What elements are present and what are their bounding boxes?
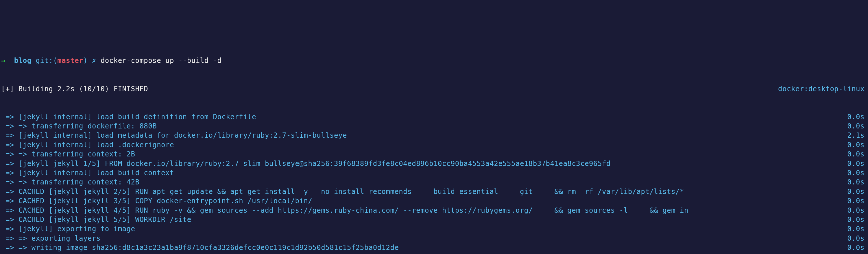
prompt-line[interactable]: → blog git:(master) ✗ docker-compose up … <box>1 56 867 65</box>
build-step-text: => [jekyll internal] load metadata for d… <box>1 131 347 140</box>
build-step-text: => [jekyll] exporting to image <box>1 224 135 233</box>
build-step-time: 0.0s <box>847 168 867 178</box>
build-step: => [jekyll internal] load build context0… <box>1 168 867 178</box>
build-step-time: 0.0s <box>847 215 867 224</box>
build-step-time: 0.0s <box>847 253 867 254</box>
build-step-time: 0.0s <box>847 206 867 215</box>
build-step: => [jekyll internal] load metadata for d… <box>1 131 867 140</box>
build-step-text: => => transferring dockerfile: 880B <box>1 121 157 131</box>
command-text: docker-compose up --build -d <box>101 57 222 65</box>
build-context: docker:desktop-linux <box>778 84 867 94</box>
build-step-time: 0.0s <box>847 187 867 196</box>
build-step-text: => [jekyll jekyll 1/5] FROM docker.io/li… <box>1 159 611 168</box>
build-step: => => transferring context: 42B0.0s <box>1 178 867 187</box>
build-step-text: => => transferring context: 42B <box>1 178 140 187</box>
build-step-time: 0.0s <box>847 178 867 187</box>
build-step-text: => [jekyll internal] load .dockerignore <box>1 140 174 149</box>
build-step-time: 0.0s <box>847 159 867 168</box>
build-step-text: => [jekyll internal] load build definiti… <box>1 112 256 121</box>
build-step-text: => CACHED [jekyll jekyll 4/5] RUN ruby -… <box>1 206 688 215</box>
build-step-text: => => transferring context: 2B <box>1 149 135 159</box>
build-step: => => exporting layers0.0s <box>1 234 867 243</box>
build-header: [+] Building 2.2s (10/10) FINISHED docke… <box>1 84 867 94</box>
build-steps: => [jekyll internal] load build definiti… <box>1 112 867 254</box>
build-step: => [jekyll] exporting to image0.0s <box>1 224 867 233</box>
build-step: => CACHED [jekyll jekyll 4/5] RUN ruby -… <box>1 206 867 215</box>
build-step-text: => CACHED [jekyll jekyll 3/5] COPY docke… <box>1 196 312 206</box>
build-step-time: 0.0s <box>847 196 867 206</box>
build-step: => [jekyll internal] load build definiti… <box>1 112 867 121</box>
build-step: => => writing image sha256:d8c1a3c23a1ba… <box>1 243 867 252</box>
git-label: git:( <box>36 57 58 65</box>
build-step-time: 0.0s <box>847 234 867 243</box>
build-step: => CACHED [jekyll jekyll 3/5] COPY docke… <box>1 196 867 206</box>
prompt-dir: blog <box>14 57 32 65</box>
build-header-left: [+] Building 2.2s (10/10) FINISHED <box>1 84 148 94</box>
git-branch: master <box>57 57 83 65</box>
build-step-text: => => exporting layers <box>1 234 101 243</box>
git-close: ) <box>83 57 88 65</box>
build-step: => CACHED [jekyll jekyll 5/5] WORKDIR /s… <box>1 215 867 224</box>
build-step: => => transferring context: 2B0.0s <box>1 149 867 159</box>
build-step-text: => CACHED [jekyll jekyll 5/5] WORKDIR /s… <box>1 215 191 224</box>
build-step-time: 0.0s <box>847 112 867 121</box>
prompt-arrow-icon: → <box>1 57 5 65</box>
build-step: => => naming to docker.io/library/blog-j… <box>1 253 867 254</box>
build-step-time: 0.0s <box>847 243 867 252</box>
build-step-time: 0.0s <box>847 140 867 149</box>
build-step-time: 0.0s <box>847 224 867 233</box>
build-step: => => transferring dockerfile: 880B0.0s <box>1 121 867 131</box>
build-step: => [jekyll internal] load .dockerignore0… <box>1 140 867 149</box>
build-step-text: => => naming to docker.io/library/blog-j… <box>1 253 200 254</box>
build-step-time: 0.0s <box>847 149 867 159</box>
terminal-output: → blog git:(master) ✗ docker-compose up … <box>1 38 867 254</box>
build-step-text: => [jekyll internal] load build context <box>1 168 174 178</box>
build-step-text: => CACHED [jekyll jekyll 2/5] RUN apt-ge… <box>1 187 684 196</box>
build-step-text: => => writing image sha256:d8c1a3c23a1ba… <box>1 243 399 252</box>
build-step-time: 2.1s <box>847 131 867 140</box>
dirty-icon: ✗ <box>92 57 96 65</box>
build-step-time: 0.0s <box>847 121 867 131</box>
build-step: => [jekyll jekyll 1/5] FROM docker.io/li… <box>1 159 867 168</box>
build-step: => CACHED [jekyll jekyll 2/5] RUN apt-ge… <box>1 187 867 196</box>
